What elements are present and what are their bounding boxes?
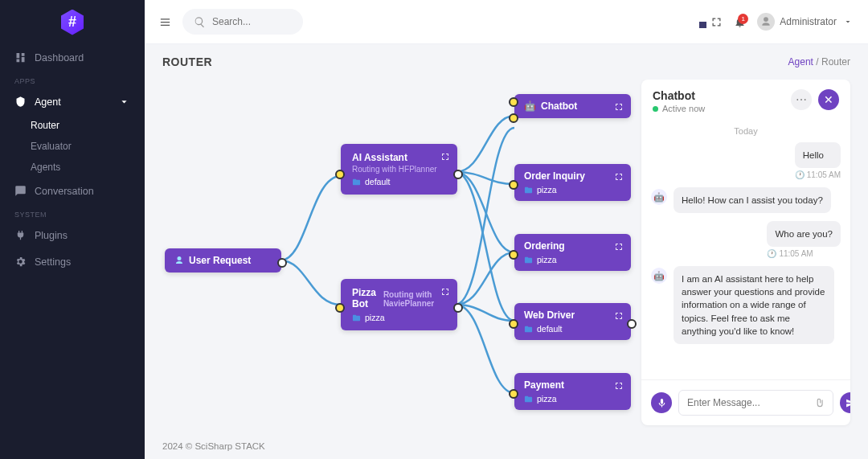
search-icon <box>194 16 206 28</box>
user-name: Administrator <box>780 16 837 27</box>
expand-icon[interactable] <box>439 285 451 297</box>
nav-label: Dashboard <box>35 52 84 64</box>
chat-input[interactable] <box>678 390 833 416</box>
expand-icon[interactable] <box>612 379 624 391</box>
nav-evaluator[interactable]: Evaluator <box>0 136 145 157</box>
logo-icon: # <box>61 10 84 35</box>
chat-title: Chatbot <box>653 89 705 102</box>
expand-icon[interactable] <box>612 170 624 182</box>
chat-body[interactable]: Hello 🕐 11:05 AM 🤖 Hello! How can I assi… <box>641 142 850 379</box>
node-pizza-bot[interactable]: Pizza Bot Routing with NaviePlanner pizz… <box>341 279 457 330</box>
notification-count: 1 <box>738 14 748 24</box>
chat-input-bar <box>641 379 850 425</box>
chat-divider: Today <box>641 123 850 142</box>
msg-time: 🕐 11:05 AM <box>767 249 841 258</box>
bot-avatar-icon: 🤖 <box>651 189 667 205</box>
search-input[interactable] <box>182 9 303 35</box>
chevron-down-icon <box>118 96 130 108</box>
content: User Request AI Assistant Routing with H… <box>145 80 868 433</box>
page-title: ROUTER <box>162 55 212 68</box>
page-header: ROUTER Agent / Router <box>145 44 868 80</box>
chat-header: Chatbot Active now ⋯ ✕ <box>641 80 850 123</box>
breadcrumb: Agent / Router <box>788 56 850 68</box>
chat-close-button[interactable]: ✕ <box>818 89 839 110</box>
user-menu[interactable]: Administrator <box>757 13 854 31</box>
search-field[interactable] <box>212 16 292 27</box>
breadcrumb-current: Router <box>821 56 850 68</box>
main: 1 Administrator ROUTER Agent / Router <box>145 0 868 459</box>
chat-message: 🤖 Hello! How can I assist you today? <box>651 187 841 213</box>
footer: 2024 © SciSharp STACK <box>145 433 868 459</box>
nav-conversation[interactable]: Conversation <box>0 178 145 204</box>
nav-plugins[interactable]: Plugins <box>0 222 145 248</box>
chevron-down-icon <box>841 16 854 28</box>
agent-icon <box>14 96 27 108</box>
send-button[interactable] <box>840 392 850 413</box>
nav-router[interactable]: Router <box>0 115 145 136</box>
avatar-icon <box>757 13 775 31</box>
expand-icon[interactable] <box>439 150 451 162</box>
dashboard-icon <box>14 51 27 64</box>
chat-status: Active now <box>653 104 705 113</box>
nav-agents[interactable]: Agents <box>0 157 145 178</box>
chat-panel: Chatbot Active now ⋯ ✕ Today Hello 🕐 11:… <box>641 80 850 425</box>
nav-label: Plugins <box>35 230 68 241</box>
nav-agent[interactable]: Agent <box>0 88 145 115</box>
msg-time: 🕐 11:05 AM <box>795 170 841 179</box>
router-canvas[interactable]: User Request AI Assistant Routing with H… <box>162 80 630 425</box>
message-field[interactable] <box>687 397 808 408</box>
node-payment[interactable]: Payment pizza <box>514 373 631 410</box>
mic-button[interactable] <box>651 392 672 413</box>
gear-icon <box>14 256 27 268</box>
node-ordering[interactable]: Ordering pizza <box>514 234 631 271</box>
plug-icon <box>14 229 27 241</box>
menu-icon[interactable] <box>159 16 171 28</box>
fullscreen-icon[interactable] <box>710 16 723 28</box>
sidebar: # Dashboard APPS Agent Router Evaluator … <box>0 0 145 459</box>
node-ai-assistant[interactable]: AI Assistant Routing with HFPlanner defa… <box>341 144 457 195</box>
section-apps: APPS <box>0 71 145 88</box>
node-user-request[interactable]: User Request <box>165 248 281 273</box>
node-order-inquiry[interactable]: Order Inquiry pizza <box>514 164 631 201</box>
attach-icon[interactable] <box>813 397 825 409</box>
nav-dashboard[interactable]: Dashboard <box>0 44 145 71</box>
nav-label: Agent <box>35 96 61 108</box>
chat-message: Who are you? 🕐 11:05 AM <box>651 221 841 258</box>
node-chatbot[interactable]: 🤖 Chatbot <box>514 94 631 118</box>
logo: # <box>0 0 145 44</box>
chat-more-button[interactable]: ⋯ <box>791 89 812 110</box>
nav-settings[interactable]: Settings <box>0 248 145 275</box>
chat-message: Hello 🕐 11:05 AM <box>651 142 841 179</box>
expand-icon[interactable] <box>612 240 624 252</box>
section-system: SYSTEM <box>0 204 145 222</box>
nav-label: Settings <box>35 256 71 268</box>
topbar: 1 Administrator <box>145 0 868 44</box>
expand-icon[interactable] <box>612 100 624 113</box>
status-dot-icon <box>653 106 658 112</box>
chat-message: 🤖 I am an AI assistant here to help answ… <box>651 266 841 343</box>
chat-icon <box>14 185 27 197</box>
expand-icon[interactable] <box>612 309 624 322</box>
bot-avatar-icon: 🤖 <box>651 268 667 284</box>
bell-icon[interactable]: 1 <box>734 16 746 28</box>
breadcrumb-parent[interactable]: Agent <box>788 56 813 68</box>
nav-label: Conversation <box>35 186 94 197</box>
node-web-driver[interactable]: Web Driver default <box>514 303 631 340</box>
